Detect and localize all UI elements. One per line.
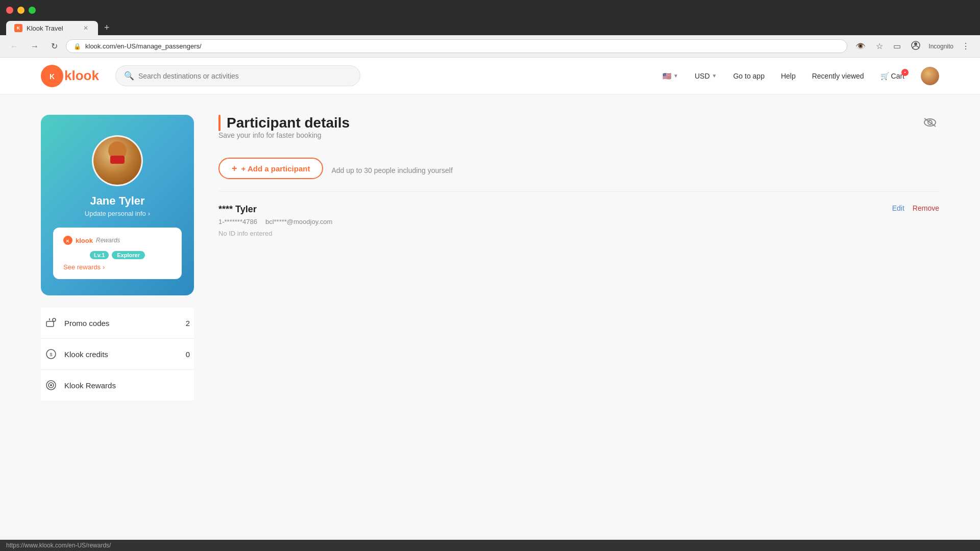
- participant-details: **** Tyler 1-*******4786 bcl*****@moodjo…: [218, 204, 332, 237]
- add-participant-hint: Add up to 30 people including yourself: [331, 166, 452, 174]
- currency-selector[interactable]: USD ▼: [695, 72, 717, 80]
- tab-close-button[interactable]: ✕: [82, 24, 90, 32]
- active-tab[interactable]: K Klook Travel ✕: [6, 21, 98, 35]
- language-selector[interactable]: 🇺🇸 ▼: [663, 72, 678, 80]
- klook-credits-label: Klook credits: [64, 350, 108, 359]
- sidebar-item-klook-rewards[interactable]: Klook Rewards: [41, 370, 194, 400]
- remove-participant-button[interactable]: Remove: [913, 204, 939, 212]
- browser-toolbar: ← → ↻ 🔒 klook.com/en-US/manage_passenger…: [0, 35, 980, 58]
- svg-rect-6: [46, 321, 54, 327]
- participant-info-actions: **** Tyler 1-*******4786 bcl*****@moodjo…: [218, 204, 939, 237]
- forward-button[interactable]: →: [27, 40, 43, 53]
- currency-chevron-icon: ▼: [712, 73, 717, 79]
- currency-label: USD: [695, 72, 710, 80]
- profile-avatar-wrapper: [92, 135, 143, 186]
- recently-viewed-link[interactable]: Recently viewed: [812, 70, 864, 82]
- rewards-brand-text: Rewards: [96, 237, 120, 244]
- klook-rewards-label: Klook Rewards: [64, 381, 116, 390]
- cart-icon: 🛒: [880, 72, 889, 80]
- rewards-chevron-icon: ›: [103, 263, 105, 271]
- language-chevron-icon: ▼: [673, 73, 678, 79]
- participant-header: Participant details Save your info for f…: [218, 115, 939, 154]
- user-avatar[interactable]: [921, 67, 939, 85]
- page: K klook 🔍 🇺🇸 ▼ USD ▼ Go to app Help Rece…: [0, 58, 980, 537]
- window-close-button[interactable]: [6, 7, 13, 14]
- help-link[interactable]: Help: [781, 70, 796, 82]
- cart-button[interactable]: 🛒 Cart •: [880, 72, 904, 80]
- svg-text:K: K: [50, 72, 55, 81]
- participant-no-id-text: No ID info entered: [218, 230, 332, 237]
- add-participant-row: + + Add a participant Add up to 30 peopl…: [218, 158, 939, 183]
- rewards-card: K klook Rewards Lv.1 Explorer See reward…: [53, 228, 182, 279]
- promo-codes-count: 2: [186, 319, 190, 328]
- participant-name: **** Tyler: [218, 204, 332, 215]
- klook-credits-count: 0: [186, 350, 190, 359]
- sidebar-item-promo-codes[interactable]: Promo codes 2: [41, 308, 194, 339]
- chevron-right-icon: ›: [148, 210, 150, 217]
- sidebar-menu: Promo codes 2 $ Klook credits: [41, 308, 194, 400]
- back-button[interactable]: ←: [6, 40, 22, 53]
- participant-email: bcl*****@moodjoy.com: [265, 218, 332, 226]
- window-maximize-button[interactable]: [29, 7, 36, 14]
- menu-button[interactable]: ⋮: [958, 39, 974, 53]
- svg-point-7: [53, 318, 56, 321]
- sidebar-icon[interactable]: ▭: [889, 39, 905, 53]
- profile-card: Jane Tyler Update personal info › K kloo…: [41, 115, 194, 295]
- reward-icon: [45, 379, 57, 391]
- promo-codes-label: Promo codes: [64, 319, 109, 328]
- eye-slash-icon: [923, 117, 937, 128]
- status-bar: https://www.klook.com/en-US/rewards/: [0, 540, 980, 551]
- svg-text:$: $: [50, 352, 52, 357]
- logo-icon: K: [41, 65, 63, 87]
- rewards-logo: K klook Rewards: [63, 236, 172, 245]
- see-rewards-link[interactable]: See rewards ›: [63, 263, 172, 271]
- eye-off-icon[interactable]: 👁️: [851, 39, 870, 53]
- sidebar-item-klook-credits[interactable]: $ Klook credits 0: [41, 339, 194, 370]
- reload-button[interactable]: ↻: [47, 39, 62, 53]
- incognito-label: Incognito: [926, 43, 955, 50]
- tab-favicon: K: [14, 24, 22, 32]
- logo-text: klook: [64, 68, 99, 84]
- klook-logo[interactable]: K klook: [41, 65, 99, 87]
- klook-rewards-logo-icon: K: [63, 236, 72, 245]
- profile-icon[interactable]: [907, 39, 924, 54]
- status-url: https://www.klook.com/en-US/rewards/: [6, 542, 111, 549]
- url-text: klook.com/en-US/manage_passengers/: [85, 42, 840, 50]
- bookmark-star-icon[interactable]: ☆: [872, 39, 887, 53]
- tab-bar: K Klook Travel ✕ +: [0, 20, 980, 35]
- participant-phone: 1-*******4786: [218, 218, 257, 226]
- cart-badge: •: [901, 69, 909, 76]
- url-bar[interactable]: 🔒 klook.com/en-US/manage_passengers/: [66, 39, 847, 53]
- search-icon: 🔍: [124, 71, 134, 81]
- coin-icon: $: [45, 348, 57, 360]
- browser-chrome: K Klook Travel ✕ + ← → ↻ 🔒 klook.com/en-…: [0, 0, 980, 58]
- search-bar[interactable]: 🔍: [115, 65, 360, 86]
- svg-point-1: [914, 42, 917, 45]
- plus-icon: +: [232, 164, 237, 173]
- participant-action-buttons: Edit Remove: [892, 204, 939, 212]
- svg-point-13: [50, 384, 52, 386]
- go-to-app-link[interactable]: Go to app: [733, 70, 765, 82]
- participant-row: **** Tyler 1-*******4786 bcl*****@moodjo…: [218, 191, 939, 249]
- participant-subtitle: Save your info for faster booking: [218, 131, 350, 139]
- content-area: Participant details Save your info for f…: [218, 115, 939, 517]
- browser-titlebar: [0, 0, 980, 20]
- update-personal-info-link[interactable]: Update personal info ›: [53, 210, 182, 217]
- rewards-logo-text: klook: [76, 237, 93, 244]
- search-input[interactable]: [138, 72, 352, 80]
- svg-text:K: K: [66, 239, 69, 243]
- participant-details-title: Participant details: [227, 115, 350, 131]
- main-nav: K klook 🔍 🇺🇸 ▼ USD ▼ Go to app Help Rece…: [0, 58, 980, 94]
- new-tab-button[interactable]: +: [100, 20, 114, 35]
- add-participant-button[interactable]: + + Add a participant: [218, 158, 323, 179]
- tab-title: Klook Travel: [27, 24, 63, 32]
- window-minimize-button[interactable]: [17, 7, 24, 14]
- edit-participant-button[interactable]: Edit: [892, 204, 904, 212]
- profile-name: Jane Tyler: [53, 194, 182, 208]
- participant-title-row: Participant details: [218, 115, 350, 131]
- explorer-badge: Explorer: [112, 251, 145, 259]
- main-content: Jane Tyler Update personal info › K kloo…: [0, 94, 980, 537]
- add-participant-label: + Add a participant: [241, 164, 310, 173]
- hide-info-button[interactable]: [921, 115, 939, 133]
- tag-icon: [45, 317, 57, 329]
